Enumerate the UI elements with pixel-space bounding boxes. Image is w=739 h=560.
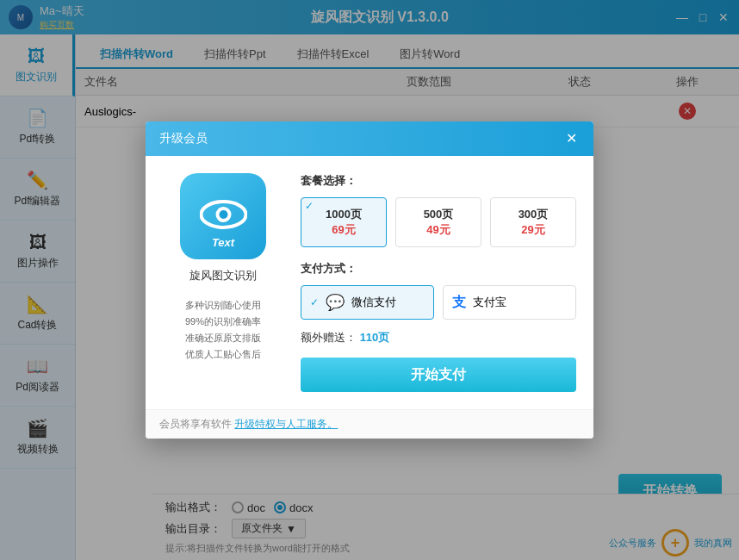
feature-1: 99%的识别准确率: [185, 315, 261, 328]
features-list: 多种识别随心使用 99%的识别准确率 准确还原原文排版 优质人工贴心售后: [185, 299, 261, 361]
pkg-price-2: 29元: [498, 222, 568, 238]
pkg-pages-0: 1000页: [308, 207, 379, 222]
dialog-close-button[interactable]: ✕: [562, 130, 580, 147]
dialog-left-panel: Text 旋风图文识别 多种识别随心使用 99%的识别准确率 准确还原原文排版 …: [163, 173, 283, 392]
pay-wechat[interactable]: ✓ 💬 微信支付: [301, 285, 434, 320]
dialog-body: Text 旋风图文识别 多种识别随心使用 99%的识别准确率 准确还原原文排版 …: [146, 156, 593, 409]
pay-button[interactable]: 开始支付: [301, 358, 576, 392]
payment-label: 支付方式：: [301, 261, 576, 277]
feature-2: 准确还原原文排版: [185, 332, 261, 345]
bonus-row: 额外赠送： 110页: [301, 330, 576, 345]
eye-svg: [200, 197, 247, 236]
app-name-label: 旋风图文识别: [189, 268, 257, 283]
alipay-icon: 支: [452, 294, 466, 312]
upgrade-dialog: 升级会员 ✕ Text 旋风图文识别 多种识别随心使用: [146, 121, 593, 439]
pay-alipay[interactable]: 支 支付宝: [443, 285, 576, 320]
wechat-label: 微信支付: [351, 295, 396, 310]
footer-text: 会员将享有软件: [159, 418, 232, 430]
pkg-price-1: 49元: [403, 222, 474, 238]
bonus-label: 额外赠送：: [301, 331, 357, 344]
feature-0: 多种识别随心使用: [185, 299, 261, 312]
payments-list: ✓ 💬 微信支付 支 支付宝: [301, 285, 576, 320]
feature-3: 优质人工贴心售后: [185, 348, 261, 361]
package-2[interactable]: 300页 29元: [490, 197, 576, 247]
pkg-pages-1: 500页: [403, 207, 474, 222]
dialog-right-panel: 套餐选择： ✓ 1000页 69元 500页 49元 300页 29元: [301, 173, 576, 392]
wechat-check-icon: ✓: [310, 296, 319, 308]
package-0[interactable]: ✓ 1000页 69元: [301, 197, 387, 247]
pkg-price-0: 69元: [308, 222, 379, 238]
svg-point-2: [219, 210, 227, 219]
package-1[interactable]: 500页 49元: [395, 197, 481, 247]
dialog-title: 升级会员: [159, 131, 208, 146]
pkg-check-0: ✓: [305, 200, 314, 212]
bonus-value: 110页: [360, 331, 390, 344]
dialog-header: 升级会员 ✕: [146, 121, 593, 156]
wechat-icon: 💬: [326, 293, 345, 312]
footer-link[interactable]: 升级特权与人工服务。: [234, 418, 338, 430]
dialog-footer: 会员将享有软件 升级特权与人工服务。: [146, 409, 593, 439]
app-icon: Text: [180, 173, 266, 259]
alipay-label: 支付宝: [473, 295, 506, 310]
pkg-pages-2: 300页: [498, 207, 568, 222]
packages-list: ✓ 1000页 69元 500页 49元 300页 29元: [301, 197, 576, 247]
app-icon-text-label: Text: [212, 236, 234, 249]
packages-label: 套餐选择：: [301, 173, 576, 189]
dialog-overlay: 升级会员 ✕ Text 旋风图文识别 多种识别随心使用: [0, 0, 739, 560]
